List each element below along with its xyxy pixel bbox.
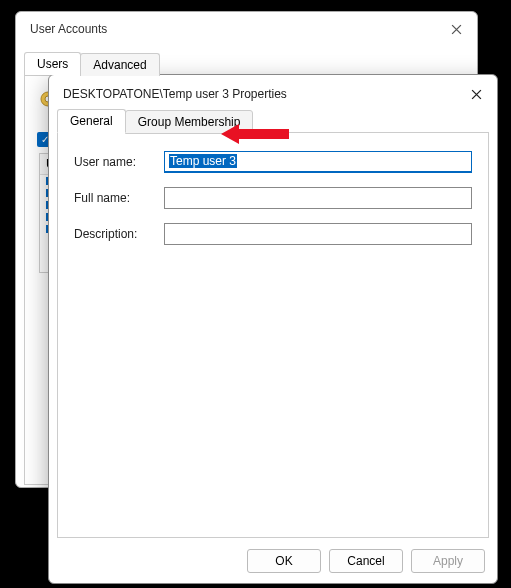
fg-titlebar: DESKTOPATONE\Temp user 3 Properties xyxy=(49,75,497,109)
tab-general[interactable]: General xyxy=(57,109,126,133)
bg-tabs: Users Advanced xyxy=(24,52,469,75)
bg-titlebar: User Accounts xyxy=(16,12,477,46)
ok-button[interactable]: OK xyxy=(247,549,321,573)
description-input[interactable] xyxy=(164,223,472,245)
cancel-button[interactable]: Cancel xyxy=(329,549,403,573)
fg-tabs: General Group Membership xyxy=(57,109,489,133)
properties-dialog: DESKTOPATONE\Temp user 3 Properties Gene… xyxy=(48,74,498,584)
fg-window-title: DESKTOPATONE\Temp user 3 Properties xyxy=(63,87,287,101)
fullname-input[interactable] xyxy=(164,187,472,209)
dialog-buttons: OK Cancel Apply xyxy=(49,539,497,583)
description-label: Description: xyxy=(74,227,164,241)
tab-advanced[interactable]: Advanced xyxy=(80,53,159,76)
bg-window-title: User Accounts xyxy=(30,22,107,36)
close-icon[interactable] xyxy=(449,22,463,36)
fullname-label: Full name: xyxy=(74,191,164,205)
general-panel: User name: Temp user 3 Full name: Descri… xyxy=(57,132,489,538)
tab-group-membership[interactable]: Group Membership xyxy=(125,110,254,134)
close-icon[interactable] xyxy=(469,87,483,101)
tab-users[interactable]: Users xyxy=(24,52,81,75)
username-label: User name: xyxy=(74,155,164,169)
username-input[interactable]: Temp user 3 xyxy=(164,151,472,173)
apply-button[interactable]: Apply xyxy=(411,549,485,573)
